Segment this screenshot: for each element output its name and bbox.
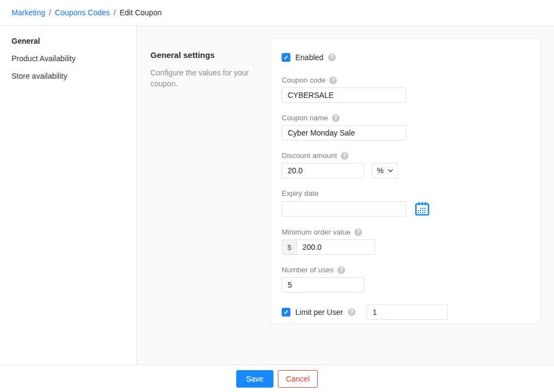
coupon-code-help-icon[interactable]: ? (329, 77, 337, 84)
breadcrumb-marketing[interactable]: Marketing (11, 8, 45, 17)
chevron-down-icon (388, 169, 393, 172)
coupon-code-field: Coupon code ? (282, 76, 541, 103)
general-settings-card: ✓ Enabled ? Coupon code ? Coupon name ? (271, 38, 541, 324)
limit-per-user-label: Limit per User (295, 308, 343, 317)
minimum-order-value-help-icon[interactable]: ? (354, 229, 362, 236)
sidebar-item-store-availability[interactable]: Store availability (0, 67, 136, 85)
minimum-order-value-input[interactable] (297, 240, 375, 254)
footer-action-bar: Save Cancel (0, 365, 554, 392)
enabled-label: Enabled (295, 53, 323, 62)
number-of-uses-help-icon[interactable]: ? (337, 266, 345, 274)
number-of-uses-input[interactable] (282, 277, 364, 292)
save-button[interactable]: Save (236, 370, 273, 388)
discount-amount-input[interactable] (282, 163, 364, 178)
coupon-name-help-icon[interactable]: ? (332, 114, 340, 122)
section-description: Configure the values for your coupon. (150, 67, 257, 90)
limit-per-user-row: ✓ Limit per User ? (282, 305, 541, 320)
discount-amount-label: Discount amount (282, 151, 337, 160)
expiry-date-label: Expiry date (282, 189, 319, 197)
expiry-date-field: Expiry date (282, 189, 541, 217)
cancel-button[interactable]: Cancel (278, 370, 318, 388)
number-of-uses-label: Number of uses (282, 266, 334, 274)
coupon-name-label: Coupon name (282, 114, 328, 122)
discount-unit-value: % (377, 166, 383, 175)
minimum-order-value-label: Minimum order value (282, 228, 351, 236)
header-bar: Marketing / Coupons Codes / Edit Coupon (0, 0, 554, 26)
breadcrumb-coupons-codes[interactable]: Coupons Codes (55, 8, 109, 17)
calendar-icon[interactable] (414, 201, 430, 217)
section-title: General settings (150, 50, 257, 60)
sidebar-item-product-availability[interactable]: Product Availability (0, 50, 136, 67)
breadcrumb-edit-coupon: Edit Coupon (120, 8, 162, 17)
limit-per-user-help-icon[interactable]: ? (348, 308, 355, 316)
coupon-code-input[interactable] (282, 87, 406, 103)
settings-sidebar: General Product Availability Store avail… (0, 26, 137, 365)
expiry-date-input[interactable] (282, 201, 406, 217)
limit-per-user-input[interactable] (366, 305, 448, 320)
coupon-code-label: Coupon code (282, 76, 325, 84)
coupon-name-input[interactable] (282, 125, 406, 141)
discount-unit-select[interactable]: % (372, 163, 398, 178)
discount-amount-field: Discount amount ? % (282, 151, 541, 178)
sidebar-item-general[interactable]: General (0, 32, 136, 50)
limit-per-user-checkbox[interactable]: ✓ (282, 308, 290, 317)
breadcrumb-separator: / (114, 8, 116, 17)
breadcrumb-separator: / (49, 8, 51, 17)
main-panel: General settings Configure the values fo… (137, 26, 554, 365)
enabled-checkbox[interactable]: ✓ (282, 53, 290, 62)
coupon-name-field: Coupon name ? (282, 114, 541, 141)
breadcrumb: Marketing / Coupons Codes / Edit Coupon (11, 8, 162, 17)
discount-amount-help-icon[interactable]: ? (341, 152, 348, 160)
currency-prefix: $ (282, 240, 297, 254)
section-head: General settings Configure the values fo… (150, 50, 257, 90)
enabled-help-icon[interactable]: ? (328, 54, 336, 61)
minimum-order-value-field: Minimum order value ? $ (282, 228, 541, 255)
number-of-uses-field: Number of uses ? (282, 266, 541, 292)
enabled-row: ✓ Enabled ? (282, 53, 541, 62)
